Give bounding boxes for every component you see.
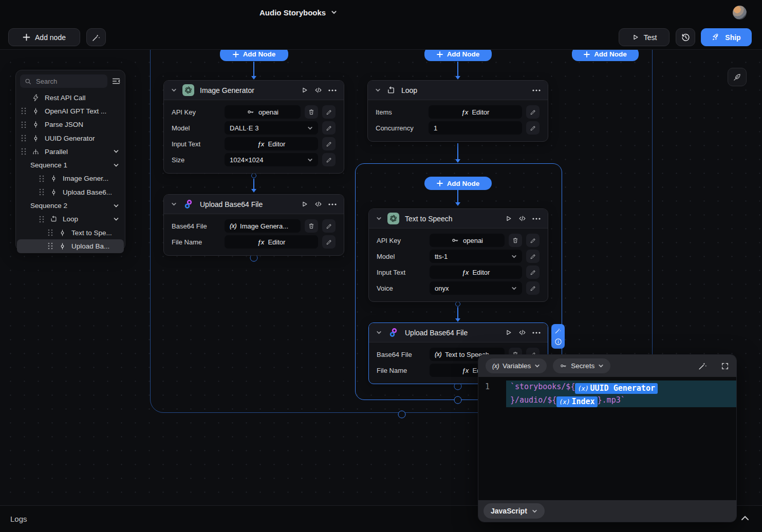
- language-dropdown[interactable]: JavaScript: [484, 503, 545, 519]
- ellipsis-icon[interactable]: [328, 203, 337, 205]
- variables-dropdown[interactable]: (x) Variables: [486, 358, 547, 373]
- node-loop[interactable]: Loop Items ƒx Editor Concurrency 1: [367, 80, 548, 142]
- chevron-down-icon[interactable]: [375, 87, 381, 93]
- run-node-icon[interactable]: [505, 215, 512, 222]
- sidebar-item-upload-base64-2[interactable]: Upload Ba...: [17, 239, 124, 253]
- variable-chip[interactable]: (x)Index: [556, 396, 597, 407]
- node-image-generator[interactable]: Image Generator API Key openai Model DAL…: [163, 80, 344, 174]
- fx-editor-value[interactable]: ƒx Editor: [429, 105, 522, 119]
- sidebar-item-text-to-speech[interactable]: Text to Spe...: [16, 226, 125, 239]
- edit-value-button[interactable]: [322, 153, 336, 166]
- delete-value-button[interactable]: [305, 219, 318, 233]
- delete-value-button[interactable]: [305, 105, 318, 119]
- drag-handle[interactable]: [21, 148, 27, 155]
- add-node-button[interactable]: Add Node: [424, 177, 492, 190]
- sidebar-item-image-generator[interactable]: Image Gener...: [16, 172, 125, 185]
- variable-chip[interactable]: (x)UUID Generator: [575, 383, 658, 394]
- ellipsis-icon[interactable]: [532, 218, 541, 220]
- drag-handle[interactable]: [39, 216, 45, 223]
- code-line[interactable]: }/audio/${(x)Index}.mp3`: [510, 394, 736, 407]
- sidebar-item-upload-base64-1[interactable]: Upload Base6...: [16, 185, 125, 199]
- edit-value-button[interactable]: [526, 105, 540, 119]
- sidebar-item-parallel[interactable]: Parallel: [16, 145, 125, 158]
- select-value[interactable]: onyx: [430, 281, 522, 295]
- edit-value-button[interactable]: [322, 105, 336, 119]
- secret-value[interactable]: openai: [430, 234, 505, 247]
- search-input[interactable]: [20, 74, 107, 88]
- run-node-icon[interactable]: [301, 86, 308, 94]
- edit-value-button[interactable]: [526, 250, 540, 263]
- code-line[interactable]: `storybooks/${(x)UUID Generator: [510, 381, 736, 394]
- drag-handle[interactable]: [39, 188, 45, 196]
- test-button[interactable]: Test: [619, 28, 670, 46]
- chevron-down-icon[interactable]: [114, 217, 119, 222]
- chevron-down-icon[interactable]: [171, 201, 177, 207]
- code-icon[interactable]: [518, 215, 527, 222]
- secrets-dropdown[interactable]: Secrets: [553, 358, 610, 373]
- drag-handle[interactable]: [47, 242, 53, 250]
- add-node-toolbar-button[interactable]: Add node: [8, 28, 80, 46]
- sidebar-item-rest-api-call[interactable]: Rest API Call: [16, 91, 125, 104]
- ai-wand-button[interactable]: [86, 28, 106, 46]
- secret-value[interactable]: openai: [225, 105, 301, 119]
- connector-port[interactable]: [398, 411, 406, 419]
- chevron-down-icon[interactable]: [114, 149, 119, 154]
- edit-value-button[interactable]: [322, 137, 336, 150]
- select-value[interactable]: 1024×1024: [225, 153, 318, 166]
- sidebar-item-parse-json[interactable]: Parse JSON: [16, 118, 125, 131]
- drag-handle[interactable]: [39, 175, 45, 182]
- connector-port[interactable]: [251, 173, 256, 178]
- run-node-icon[interactable]: [301, 200, 308, 208]
- edit-value-button[interactable]: [526, 265, 540, 279]
- edit-value-button[interactable]: [526, 281, 540, 295]
- edit-value-button[interactable]: [526, 234, 540, 247]
- code-icon[interactable]: [314, 200, 323, 208]
- run-node-icon[interactable]: [505, 329, 512, 336]
- drag-handle[interactable]: [47, 229, 53, 236]
- ellipsis-icon[interactable]: [532, 332, 541, 334]
- delete-value-button[interactable]: [509, 234, 522, 247]
- chevron-down-icon[interactable]: [376, 216, 382, 221]
- chevron-down-icon[interactable]: [171, 87, 177, 93]
- collapse-panel-icon[interactable]: [111, 77, 121, 86]
- search-field[interactable]: [35, 77, 86, 86]
- select-value[interactable]: tts-1: [430, 250, 522, 263]
- wand-icon[interactable]: [698, 361, 708, 371]
- fx-editor-value[interactable]: ƒx Editor: [225, 235, 318, 249]
- code-editor[interactable]: 1 `storybooks/${(x)UUID Generator }/audi…: [478, 381, 736, 407]
- sidebar-item-sequence-2[interactable]: Sequence 2: [16, 199, 125, 212]
- edit-value-button[interactable]: [526, 121, 540, 135]
- chevron-up-icon[interactable]: [739, 512, 751, 526]
- fullscreen-icon[interactable]: [721, 362, 729, 370]
- select-value[interactable]: DALL·E 3: [225, 121, 318, 135]
- node-quick-actions[interactable]: [551, 324, 565, 349]
- project-switcher[interactable]: Audio Storybooks: [259, 0, 337, 25]
- chevron-down-icon[interactable]: [114, 203, 119, 208]
- sidebar-item-uuid-generator[interactable]: UUID Generator: [16, 131, 125, 145]
- fx-editor-value[interactable]: ƒx Editor: [430, 265, 522, 279]
- node-text-to-speech[interactable]: Text to Speech API Key openai Model tts-…: [368, 208, 548, 302]
- code-icon[interactable]: [314, 86, 323, 94]
- connector-port[interactable]: [455, 301, 460, 307]
- info-icon[interactable]: [554, 338, 562, 346]
- edit-value-button[interactable]: [322, 219, 336, 233]
- edit-value-button[interactable]: [322, 235, 336, 249]
- variable-ref-value[interactable]: (x) Image Genera...: [225, 219, 301, 233]
- chevron-down-icon[interactable]: [114, 163, 119, 168]
- drag-handle[interactable]: [21, 107, 27, 115]
- node-upload-base64-1[interactable]: Upload Base64 File Base64 File (x) Image…: [163, 194, 344, 256]
- ellipsis-icon[interactable]: [328, 89, 337, 91]
- avatar[interactable]: [733, 6, 747, 20]
- connector-port[interactable]: [454, 396, 462, 404]
- sidebar-item-loop[interactable]: Loop: [16, 213, 125, 226]
- history-button[interactable]: [676, 28, 695, 46]
- sidebar-item-openai-gpt-text[interactable]: OpenAI GPT Text ...: [16, 104, 125, 118]
- drag-handle[interactable]: [21, 135, 27, 142]
- fx-editor-value[interactable]: ƒx Editor: [225, 137, 318, 150]
- chevron-down-icon[interactable]: [376, 330, 382, 335]
- text-value[interactable]: 1: [429, 121, 522, 135]
- edit-value-button[interactable]: [322, 121, 336, 135]
- ellipsis-icon[interactable]: [532, 89, 541, 91]
- annotate-button[interactable]: [728, 68, 747, 86]
- code-icon[interactable]: [518, 329, 527, 336]
